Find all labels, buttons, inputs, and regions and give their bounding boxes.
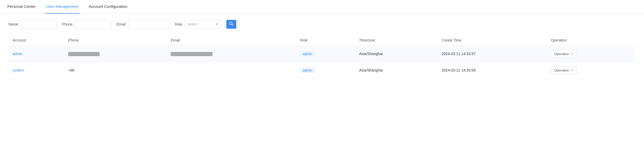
cell-create-time: 2024-03-11 14:33:59 (438, 62, 547, 79)
col-timezone: Timezone (355, 35, 438, 46)
filter-bar: Name Phone Email Role Select admin user … (8, 20, 636, 29)
table-header: Account Phone Email Role Timezone Create… (8, 35, 636, 46)
account-link-admin[interactable]: admin (13, 52, 22, 56)
filter-role: Role Select admin user ▼ (175, 20, 221, 29)
col-phone: Phone (64, 35, 166, 46)
col-account: Account (8, 35, 64, 46)
redacted-email (171, 52, 212, 56)
col-operation: Operation (547, 35, 636, 46)
operation-button[interactable]: Operation ▼ (551, 50, 577, 58)
cell-role: admin (296, 46, 355, 62)
table-row: system +86 admin Asia/Shanghai 2024-03-1… (8, 62, 636, 79)
chevron-down-icon: ▼ (571, 52, 574, 55)
search-icon (229, 22, 233, 27)
email-input[interactable] (128, 20, 170, 29)
tab-personal-center[interactable]: Personal Center (6, 0, 37, 14)
search-button[interactable] (226, 20, 236, 29)
cell-account: system (8, 62, 64, 79)
cell-email (166, 46, 296, 62)
account-link-system[interactable]: system (13, 68, 24, 72)
filter-email: Email (117, 20, 170, 29)
role-select-wrapper: Select admin user ▼ (185, 20, 221, 29)
cell-timezone: Asia/Shanghai (355, 46, 438, 62)
cell-operation: Operation ▼ (547, 62, 636, 79)
phone-input[interactable] (75, 20, 111, 29)
operation-label: Operation (554, 52, 569, 56)
redacted-phone (68, 52, 100, 56)
filter-name: Name (8, 20, 57, 29)
operation-label: Operation (554, 68, 569, 72)
cell-create-time: 2024-03-11 14:33:57 (438, 46, 547, 62)
cell-phone (64, 46, 166, 62)
cell-operation: Operation ▼ (547, 46, 636, 62)
cell-role: admin (296, 62, 355, 79)
cell-email (166, 62, 296, 79)
top-navigation: Personal Center User Management Account … (0, 0, 644, 14)
name-input[interactable] (20, 20, 57, 29)
cell-timezone: Asia/Shanghai (355, 62, 438, 79)
user-table: Account Phone Email Role Timezone Create… (8, 35, 636, 79)
svg-line-1 (232, 25, 233, 26)
chevron-down-icon: ▼ (571, 69, 574, 72)
table-row: admin admin Asia/Shanghai 2024-03-11 14:… (8, 46, 636, 62)
cell-account: admin (8, 46, 64, 62)
role-badge: admin (300, 68, 315, 73)
phone-label: Phone (62, 22, 72, 26)
role-select[interactable]: Select admin user (185, 20, 221, 29)
main-content: Name Phone Email Role Select admin user … (0, 14, 644, 85)
operation-button[interactable]: Operation ▼ (551, 66, 577, 74)
col-create-time: Create Time (438, 35, 547, 46)
filter-phone: Phone (62, 20, 111, 29)
col-role: Role (296, 35, 355, 46)
email-label: Email (117, 22, 126, 26)
name-label: Name (8, 22, 18, 26)
role-label: Role (175, 22, 182, 26)
table-body: admin admin Asia/Shanghai 2024-03-11 14:… (8, 46, 636, 79)
tab-user-management[interactable]: User Management (45, 0, 79, 14)
tab-account-configuration[interactable]: Account Configuration (88, 0, 129, 14)
col-email: Email (166, 35, 296, 46)
cell-phone: +86 (64, 62, 166, 79)
role-badge: admin (300, 51, 315, 56)
